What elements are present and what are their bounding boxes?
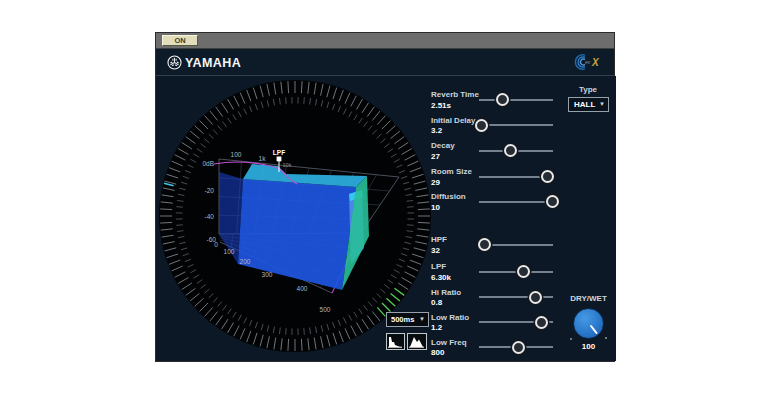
param-label: Initial Delay xyxy=(431,116,475,125)
svg-text:-60: -60 xyxy=(207,236,217,243)
slider-row: LPF 6.30k xyxy=(431,262,611,286)
floor-edge-line xyxy=(332,233,361,293)
svg-text:200: 200 xyxy=(240,258,251,265)
yamaha-brand: YAMAHA xyxy=(167,55,241,70)
slider-track[interactable] xyxy=(479,124,553,126)
param-value: 27 xyxy=(431,152,440,161)
svg-text:100: 100 xyxy=(224,248,235,255)
param-value: 2.51s xyxy=(431,101,451,110)
param-value: 10 xyxy=(431,203,440,212)
slider-row: Decay 27 xyxy=(431,141,611,165)
svg-text:LPF: LPF xyxy=(273,149,285,156)
lpf-marker[interactable] xyxy=(277,157,282,173)
slider-track[interactable] xyxy=(479,201,553,203)
svg-text:100: 100 xyxy=(231,151,242,158)
slider-row: HPF 32 xyxy=(431,235,611,259)
dry-wet-value: 100 xyxy=(558,342,619,351)
slider-row: Initial Delay 3.2 xyxy=(431,116,611,140)
param-value: 29 xyxy=(431,178,440,187)
svg-text:ev: ev xyxy=(585,59,591,65)
brand-text: YAMAHA xyxy=(185,56,241,70)
desktop-background: ON YAMAHA ev xyxy=(0,0,770,400)
eq-curve-line xyxy=(214,162,297,184)
svg-text:400: 400 xyxy=(297,285,308,292)
svg-text:0: 0 xyxy=(214,241,218,248)
frequency-view-icon xyxy=(408,334,426,349)
slider-knob[interactable] xyxy=(504,144,517,157)
plugin-titlebar: ON xyxy=(156,33,614,49)
param-value: 32 xyxy=(431,246,440,255)
svg-text:10k: 10k xyxy=(283,162,292,168)
frequency-view-button[interactable] xyxy=(407,333,427,350)
knob-tick xyxy=(570,338,572,340)
type-select[interactable]: HALL ▼ xyxy=(568,97,609,112)
param-label: Hi Ratio xyxy=(431,288,461,297)
slider-knob[interactable] xyxy=(541,170,554,183)
slider-knob[interactable] xyxy=(496,93,509,106)
type-value: HALL xyxy=(574,100,595,109)
svg-text:0dB: 0dB xyxy=(202,160,214,167)
slider-track[interactable] xyxy=(479,99,553,101)
svg-text:1k: 1k xyxy=(259,155,267,162)
reverb-volume xyxy=(219,164,369,290)
impulse-view-icon xyxy=(387,334,404,349)
param-label: Low Ratio xyxy=(431,313,469,322)
param-label: Room Size xyxy=(431,167,472,176)
param-label: Decay xyxy=(431,141,455,150)
slider-row: Diffusion 10 xyxy=(431,192,611,216)
slider-knob[interactable] xyxy=(546,195,559,208)
param-value: 3.2 xyxy=(431,126,442,135)
svg-text:-40: -40 xyxy=(205,213,215,220)
param-value: 800 xyxy=(431,348,444,357)
slider-knob[interactable] xyxy=(475,119,488,132)
svg-text:X: X xyxy=(591,57,600,68)
param-label: Low Freq xyxy=(431,338,467,347)
rev-x-logo-icon: ev X xyxy=(568,52,608,76)
knob-tick xyxy=(605,337,607,339)
time-range-select[interactable]: 500ms ▼ xyxy=(386,312,429,327)
param-label: Diffusion xyxy=(431,192,466,201)
plugin-header: YAMAHA ev X xyxy=(156,49,614,76)
time-range-value: 500ms xyxy=(391,315,414,324)
param-value: 1.2 xyxy=(431,323,442,332)
plugin-body: 0dB-20-40-601001k10kLPF0100200300400500 … xyxy=(156,76,616,361)
slider-knob[interactable] xyxy=(529,291,542,304)
on-button[interactable]: ON xyxy=(162,35,198,46)
slider-knob[interactable] xyxy=(478,238,491,251)
slider-knob[interactable] xyxy=(517,265,530,278)
knob-pointer xyxy=(574,309,603,338)
impulse-view-button[interactable] xyxy=(386,333,405,350)
yamaha-logo-icon xyxy=(167,55,182,70)
svg-text:300: 300 xyxy=(262,271,273,278)
svg-text:500: 500 xyxy=(320,306,331,313)
slider-row: Room Size 29 xyxy=(431,167,611,191)
slider-knob[interactable] xyxy=(512,341,525,354)
param-label: Reverb Time xyxy=(431,90,479,99)
param-value: 0.8 xyxy=(431,298,442,307)
chevron-down-icon: ▼ xyxy=(599,98,605,111)
svg-text:-20: -20 xyxy=(205,187,215,194)
param-label: HPF xyxy=(431,235,447,244)
slider-knob[interactable] xyxy=(535,316,548,329)
revx-plugin-window: ON YAMAHA ev xyxy=(155,32,615,362)
chevron-down-icon: ▼ xyxy=(419,313,425,326)
type-label: Type xyxy=(558,85,618,94)
dry-wet-knob[interactable] xyxy=(573,308,604,339)
param-label: LPF xyxy=(431,262,446,271)
param-value: 6.30k xyxy=(431,273,451,282)
dry-wet-label: DRY/WET xyxy=(558,294,619,303)
